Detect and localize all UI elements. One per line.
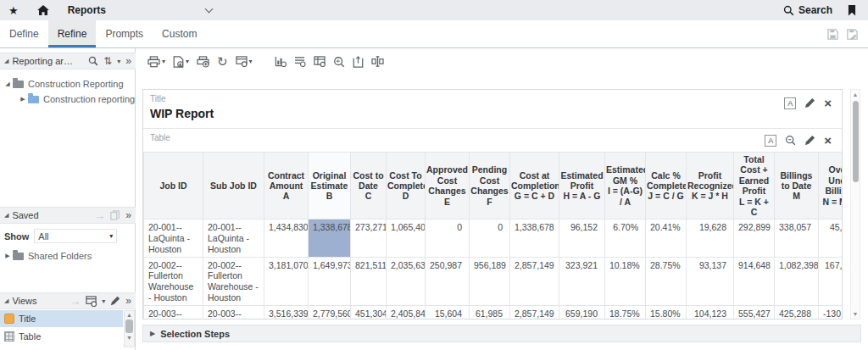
table-cell[interactable]: 273,271 (351, 219, 387, 257)
new-view-button[interactable]: ▾ (236, 56, 253, 67)
scroll-thumb[interactable] (125, 319, 133, 333)
zoom-icon[interactable] (785, 135, 796, 146)
tree-expanded-icon[interactable]: ◢ (3, 81, 12, 87)
save-icon[interactable] (827, 29, 838, 40)
column-header[interactable]: Over / Under BillingsN = M - L (819, 153, 843, 219)
main-scrollbar[interactable]: ▲ ▼ (850, 89, 860, 319)
table-cell[interactable]: 20-001--LaQuinta - Houston (144, 219, 203, 257)
new-view-caret-icon[interactable]: ▾ (102, 297, 105, 305)
table-cell[interactable]: 2,857,149 (510, 305, 559, 319)
export-button[interactable]: ▾ (173, 56, 189, 68)
selection-steps-expand-icon[interactable]: ▶ (150, 330, 155, 337)
table-cell[interactable]: 555,427 (734, 305, 775, 319)
scroll-up-icon[interactable]: ▲ (851, 92, 860, 97)
table-cell[interactable]: 2,857,149 (510, 257, 559, 305)
tab-prompts[interactable]: Prompts (96, 20, 153, 47)
new-filter-view-button[interactable] (294, 56, 306, 67)
show-filter-select[interactable]: All ▾ (34, 229, 117, 243)
new-table-view-button[interactable] (314, 56, 326, 67)
nav-current-page[interactable]: Reports (68, 4, 106, 16)
edit-view-icon[interactable] (110, 296, 120, 306)
favorites-star-icon[interactable]: ★ (8, 5, 19, 16)
column-header[interactable]: Original EstimateB (309, 153, 351, 219)
table-cell[interactable]: 250,987 (426, 257, 470, 305)
print-caret-icon[interactable]: ▾ (162, 58, 165, 65)
home-icon[interactable] (37, 5, 49, 15)
table-cell[interactable]: 956,189 (470, 257, 510, 305)
views-panel-header[interactable]: ◢ Views → ▾ » (0, 292, 136, 309)
table-cell[interactable]: 3,516,339 (264, 305, 309, 319)
sort-icon[interactable]: ⇅ (103, 55, 112, 67)
table-cell[interactable]: 28.75% (646, 257, 687, 305)
table-cell[interactable]: 1,338,678 (510, 219, 559, 257)
edit-view-icon[interactable] (804, 135, 815, 146)
remove-view-icon[interactable]: × (824, 97, 832, 109)
print-button[interactable]: ▾ (147, 56, 165, 68)
tree-item-construction-reporting-sub[interactable]: ▶ Construction reporting (0, 92, 136, 107)
column-header[interactable]: Cost to DateC (351, 153, 387, 219)
table-cell[interactable]: 2,035,638 (387, 257, 426, 305)
reporting-areas-panel-header[interactable]: ◢ Reporting ar… ⇅ ▾ » (0, 53, 136, 69)
table-cell[interactable]: 19,628 (687, 219, 734, 257)
edit-view-icon[interactable] (804, 97, 815, 108)
table-cell[interactable]: 338,057 (775, 219, 819, 257)
nav-chevron-down-icon[interactable] (205, 4, 214, 13)
tab-define[interactable]: Define (0, 20, 48, 47)
table-cell[interactable]: 20-003--Fullerton Warehouse - San Antoni… (144, 305, 203, 319)
table-cell[interactable]: 1,082,398 (775, 257, 819, 305)
sort-caret-icon[interactable]: ▾ (117, 58, 120, 65)
collapse-triangle-icon[interactable]: ◢ (4, 297, 8, 304)
collapse-triangle-icon[interactable]: ◢ (4, 212, 8, 219)
table-cell[interactable]: 6.70% (605, 219, 646, 257)
table-cell[interactable]: 323,921 (559, 257, 605, 305)
tree-item-shared-folders[interactable]: ▶ Shared Folders (0, 248, 136, 264)
column-header[interactable]: Sub Job ID (203, 153, 264, 219)
selection-steps-bar[interactable]: ▶ Selection Steps (142, 325, 861, 342)
column-header[interactable]: Profit RecognizedK = J * H (687, 153, 734, 219)
view-item-table[interactable]: Table (0, 328, 123, 345)
table-cell[interactable]: 104,123 (687, 305, 734, 319)
table-cell[interactable]: 15,604 (426, 305, 470, 319)
column-header[interactable]: Cost To CompleteD (387, 153, 426, 219)
table-cell[interactable]: 2,405,845 (387, 305, 426, 319)
format-container-icon[interactable]: A (784, 97, 796, 109)
new-graph-view-button[interactable] (275, 56, 287, 67)
table-cell[interactable]: 3,181,070 (264, 257, 309, 305)
table-cell[interactable]: 1,065,407 (387, 219, 426, 257)
view-item-title[interactable]: Title (0, 310, 123, 327)
new-view-caret-icon[interactable]: ▾ (249, 58, 253, 65)
export-caret-icon[interactable]: ▾ (186, 58, 189, 65)
column-header[interactable]: Calc % CompleteJ = C / G (646, 153, 687, 219)
table-cell[interactable]: 425,288 (775, 305, 819, 319)
expand-panel-icon[interactable]: » (125, 209, 131, 221)
column-header[interactable]: Billings to DateM (775, 153, 819, 219)
search-icon[interactable] (88, 56, 98, 66)
table-cell[interactable]: 20.41% (646, 219, 687, 257)
table-cell[interactable]: 0 (426, 219, 470, 257)
column-header[interactable]: Job ID (144, 153, 203, 219)
tree-collapsed-icon[interactable]: ▶ (3, 253, 12, 259)
table-cell[interactable]: 20-002--Fullerton Warehouse - Houston (203, 257, 264, 305)
table-cell[interactable]: 167,751 (819, 257, 843, 305)
table-cell[interactable]: 914,648 (734, 257, 775, 305)
remove-view-icon[interactable]: × (824, 134, 832, 147)
table-cell[interactable]: 10.18% (605, 257, 646, 305)
search-button[interactable]: Search (783, 4, 832, 16)
zoom-button[interactable] (333, 56, 345, 68)
table-cell[interactable]: 61,985 (470, 305, 510, 319)
table-cell[interactable]: 20-002--Fullerton Warehouse - Houston (144, 257, 203, 305)
table-cell[interactable]: 1,338,678 (309, 219, 351, 257)
column-header[interactable]: Total Cost + Earned ProfitL = K + C (734, 153, 775, 219)
table-cell[interactable]: 1,649,973 (309, 257, 351, 305)
column-header[interactable]: Pending Cost ChangesF (470, 153, 510, 219)
tree-collapsed-icon[interactable]: ▶ (19, 96, 27, 103)
views-scrollbar[interactable]: ▲ ▼ (124, 310, 135, 347)
tab-custom[interactable]: Custom (153, 20, 206, 47)
collapse-triangle-icon[interactable]: ◢ (4, 58, 8, 64)
column-header[interactable]: Cost at CompletionG = C + D (510, 153, 559, 219)
scroll-up-icon[interactable]: ▲ (126, 312, 132, 318)
save-as-icon[interactable] (847, 29, 858, 40)
format-container-icon[interactable]: A (765, 135, 776, 147)
table-cell[interactable]: 451,304 (351, 305, 387, 319)
column-header[interactable]: Estimated GM %I = (A-G) / A (605, 153, 646, 219)
